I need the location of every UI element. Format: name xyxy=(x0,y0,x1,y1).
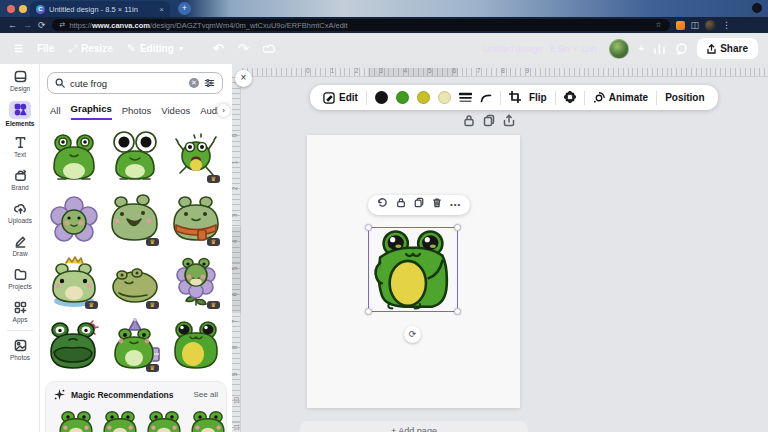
graphics-results-grid: ♛ ♛ ♛ ♛ ♛ ♛ ♛ xyxy=(46,124,226,375)
insights-icon[interactable] xyxy=(653,43,666,55)
back-icon[interactable]: ← xyxy=(8,18,17,32)
v-ruler-number: 4 xyxy=(231,240,238,244)
flip-button[interactable]: Flip xyxy=(529,92,547,103)
rotate-handle[interactable]: ⟳ xyxy=(404,326,421,343)
site-info-icon[interactable]: ⇄ xyxy=(60,21,66,29)
share-button[interactable]: Share xyxy=(697,38,758,59)
sidebar-item-uploads[interactable]: Uploads xyxy=(0,196,40,229)
browser-tab[interactable]: C Untitled design - 8.5 × 11in × xyxy=(30,1,170,17)
color-swatch-yellow[interactable] xyxy=(417,91,430,104)
text-icon xyxy=(13,135,28,150)
browser-menu-icon[interactable]: ⋮ xyxy=(722,18,731,32)
extension-icon[interactable] xyxy=(676,21,685,30)
file-menu[interactable]: File xyxy=(37,43,54,54)
selection-box[interactable] xyxy=(368,227,458,312)
resize-button[interactable]: ⤢Resize xyxy=(68,42,113,55)
clear-search-icon[interactable]: ✕ xyxy=(189,78,199,88)
graphic-result-crown[interactable]: ♛ xyxy=(46,250,102,312)
delete-element-icon[interactable] xyxy=(432,195,442,215)
duplicate-page-icon[interactable] xyxy=(483,114,495,129)
sidebar-item-projects[interactable]: Projects xyxy=(0,262,40,295)
tab-videos[interactable]: Videos xyxy=(161,105,190,120)
search-input[interactable]: cute frog ✕ xyxy=(47,72,223,94)
recommendation-thumb[interactable] xyxy=(58,410,94,432)
bookmark-star-icon[interactable]: ☆ xyxy=(655,21,661,29)
tab-photos[interactable]: Photos xyxy=(122,105,152,120)
export-page-icon[interactable] xyxy=(503,114,515,129)
edit-image-button[interactable]: Edit xyxy=(323,92,358,104)
search-value: cute frog xyxy=(70,78,184,89)
canvas-area[interactable]: × Edit Flip Animate Position xyxy=(232,64,768,432)
graphic-result-sit[interactable] xyxy=(46,124,102,186)
sidebar-item-draw[interactable]: Draw xyxy=(0,229,40,262)
lock-page-icon[interactable] xyxy=(463,114,475,129)
sidebar-item-brand[interactable]: Brand xyxy=(0,163,40,196)
sidebar-item-photos[interactable]: Photos xyxy=(0,333,40,366)
recommendation-thumb[interactable] xyxy=(146,410,182,432)
browser-profile-avatar[interactable] xyxy=(705,20,716,31)
graphic-result-flowerstem[interactable]: ♛ xyxy=(168,250,224,312)
h-ruler-number: 0 xyxy=(306,67,310,74)
macos-minimize-button[interactable] xyxy=(19,5,27,13)
pro-badge: ♛ xyxy=(146,301,159,309)
undo-icon[interactable]: ↶ xyxy=(213,41,224,56)
more-options-icon[interactable]: ••• xyxy=(450,195,461,215)
graphic-result-grumpy[interactable] xyxy=(46,313,102,375)
main-menu-icon[interactable]: ☰ xyxy=(14,43,23,54)
macos-close-button[interactable] xyxy=(7,5,15,13)
resize-handle-nw[interactable] xyxy=(365,224,372,231)
lock-element-icon[interactable] xyxy=(396,195,406,215)
document-title[interactable]: Untitled design - 8.5in × 11in xyxy=(483,44,597,54)
add-member-button[interactable]: + xyxy=(638,43,644,54)
url-bar[interactable]: ⇄ https://www.canva.com/design/DAGZTvqmW… xyxy=(52,19,670,31)
color-swatch-pale-yellow[interactable] xyxy=(438,91,451,104)
tab-all[interactable]: All xyxy=(50,105,61,120)
color-swatch-green[interactable] xyxy=(396,91,409,104)
filter-icon[interactable] xyxy=(204,78,215,88)
recommendation-thumb[interactable] xyxy=(190,410,226,432)
edit-image-icon xyxy=(323,92,335,104)
graphic-result-party[interactable]: ♛ xyxy=(107,313,163,375)
pro-badge: ♛ xyxy=(146,364,159,372)
resize-handle-se[interactable] xyxy=(454,308,461,315)
sidebar-item-design[interactable]: Design xyxy=(0,64,40,97)
h-ruler-number: 3 xyxy=(379,67,383,74)
graphic-result-scarf[interactable]: ♛ xyxy=(168,187,224,249)
sidebar-item-elements[interactable]: Elements xyxy=(0,97,40,130)
h-ruler-number: 9 xyxy=(526,67,530,74)
reset-rotate-icon[interactable] xyxy=(377,195,388,215)
close-tab-icon[interactable]: × xyxy=(159,5,164,14)
recommendation-thumb[interactable] xyxy=(102,410,138,432)
redo-icon[interactable]: ↷ xyxy=(238,41,249,56)
sidebar-item-text[interactable]: Text xyxy=(0,130,40,163)
resize-handle-ne[interactable] xyxy=(454,224,461,231)
graphic-result-jump[interactable]: ♛ xyxy=(168,124,224,186)
graphic-result-lounge[interactable]: ♛ xyxy=(107,250,163,312)
stroke-weight-icon[interactable] xyxy=(459,89,472,107)
color-swatch-black[interactable] xyxy=(375,91,388,104)
graphic-result-laugh[interactable]: ♛ xyxy=(107,187,163,249)
effects-icon[interactable] xyxy=(564,89,576,107)
user-avatar[interactable] xyxy=(609,39,629,59)
add-page-button[interactable]: + Add page xyxy=(300,421,528,432)
graphic-result-bigeyes[interactable] xyxy=(107,124,163,186)
position-button[interactable]: Position xyxy=(665,92,704,103)
graphic-result-classic[interactable] xyxy=(168,313,224,375)
sidebar-item-apps[interactable]: Apps xyxy=(0,295,40,328)
tab-graphics[interactable]: Graphics xyxy=(71,103,112,120)
close-panel-button[interactable]: × xyxy=(235,70,252,87)
curve-icon[interactable] xyxy=(480,89,492,107)
comments-icon[interactable] xyxy=(675,43,688,55)
new-tab-button[interactable]: + xyxy=(178,2,191,15)
see-all-link[interactable]: See all xyxy=(194,390,218,399)
reload-icon[interactable]: ⟳ xyxy=(38,18,46,32)
editing-mode-dropdown[interactable]: ✎Editing▼ xyxy=(127,42,185,55)
resize-handle-sw[interactable] xyxy=(365,308,372,315)
duplicate-element-icon[interactable] xyxy=(414,195,424,215)
animate-button[interactable]: Animate xyxy=(593,92,648,104)
crop-icon[interactable] xyxy=(509,89,521,107)
tabs-scroll-chevron-icon[interactable]: › xyxy=(217,104,230,117)
extensions-puzzle-icon[interactable]: ◫ xyxy=(691,18,700,32)
forward-icon[interactable]: → xyxy=(23,18,32,32)
graphic-result-flower[interactable] xyxy=(46,187,102,249)
